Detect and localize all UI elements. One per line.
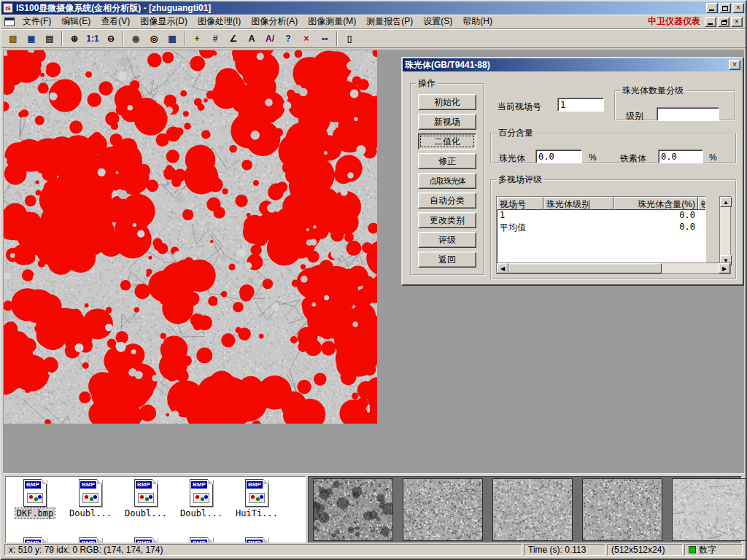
- child-restore-button[interactable]: [718, 17, 729, 27]
- capture-button[interactable]: ▦: [163, 31, 181, 47]
- op-button[interactable]: 更改类别: [418, 212, 476, 228]
- grade-input[interactable]: [657, 107, 719, 121]
- op-button[interactable]: 新视场: [418, 114, 476, 130]
- cut-button[interactable]: ×: [298, 31, 315, 47]
- op-button[interactable]: 自动分类: [418, 192, 476, 209]
- measure-cross-button[interactable]: +: [188, 31, 206, 47]
- measure-angle-button[interactable]: ∠: [225, 31, 242, 47]
- dialog-body: 操作 初始化新视场二值化修正点取珠光体自动分类更改类别评级返回 当前视场号 珠光…: [403, 71, 743, 283]
- zoom-out-button[interactable]: ⊖: [102, 31, 120, 47]
- file-name: DKF.bmp: [15, 508, 55, 518]
- column-header-pearlite-grade[interactable]: 珠光体级别: [543, 197, 614, 210]
- menu-item[interactable]: 图像处理(I): [193, 14, 246, 29]
- child-close-button[interactable]: ×: [731, 17, 743, 27]
- child-window-icon[interactable]: [4, 18, 15, 26]
- horizontal-scrollbar[interactable]: ◀ ▶: [496, 262, 731, 274]
- minimize-icon: [708, 23, 713, 25]
- file-name: Doubl...: [123, 508, 169, 518]
- minimize-button[interactable]: [706, 3, 718, 13]
- print-button[interactable]: ▤: [41, 31, 58, 47]
- file-item[interactable]: BMP Doubl...: [174, 479, 229, 518]
- dialog-close-button[interactable]: ×: [729, 60, 740, 70]
- close-icon: ×: [736, 4, 740, 12]
- ferrite-percent-input[interactable]: [658, 149, 703, 163]
- close-button[interactable]: ×: [732, 3, 744, 13]
- menu-item[interactable]: 图像测量(M): [303, 14, 361, 29]
- op-button[interactable]: 评级: [418, 232, 476, 248]
- cell-pearlite-grade: [543, 210, 614, 222]
- child-minimize-button[interactable]: [705, 17, 716, 27]
- menu-item[interactable]: 图像分析(A): [246, 14, 303, 29]
- toolbar-separator: [336, 31, 338, 46]
- pearlite-percent-input[interactable]: [535, 149, 582, 163]
- file-item[interactable]: BMP Doubl...: [63, 479, 118, 518]
- menu-item[interactable]: 文件(F): [18, 14, 56, 29]
- cell-field-no: 平均值: [497, 222, 543, 233]
- metallograph-image[interactable]: [4, 50, 377, 424]
- scrollbar-thumb[interactable]: [508, 263, 662, 273]
- dialog-title: 珠光体(GB/T9441-88): [405, 59, 729, 71]
- zoom-in-button[interactable]: ⊕: [66, 31, 83, 47]
- select-marker-button[interactable]: ▪▪: [316, 31, 333, 47]
- thumbnail[interactable]: [582, 478, 662, 541]
- cell-ferrite: [698, 210, 706, 222]
- menu-item[interactable]: 测量报告(P): [361, 14, 418, 29]
- toolbar-icon: ▣: [27, 34, 35, 43]
- annotate-style-button[interactable]: A/: [261, 31, 279, 47]
- help-button[interactable]: ?: [279, 31, 297, 47]
- table-header-row: 视场号 珠光体级别 珠光体含量(%) 铁素: [497, 197, 705, 210]
- minimize-icon: [709, 9, 714, 11]
- thumbnail[interactable]: [672, 478, 747, 541]
- actual-size-button[interactable]: 1:1: [84, 31, 101, 47]
- save-button[interactable]: ▣: [23, 31, 40, 47]
- menu-item[interactable]: 帮助(H): [457, 14, 498, 29]
- menu-item[interactable]: 查看(V): [96, 14, 135, 29]
- toolbar-icon: 1:1: [86, 34, 98, 43]
- vertical-scrollbar[interactable]: ▲ ▼: [719, 196, 731, 266]
- op-button[interactable]: 点取珠光体: [418, 173, 476, 189]
- table-row[interactable]: 平均值 0.0: [497, 222, 705, 233]
- dialog-title-bar[interactable]: 珠光体(GB/T9441-88) ×: [403, 58, 743, 71]
- maximize-button[interactable]: [719, 3, 731, 13]
- scroll-right-button[interactable]: ▶: [719, 263, 730, 273]
- op-button[interactable]: 二值化: [418, 133, 476, 149]
- scroll-left-button[interactable]: ◀: [497, 263, 508, 273]
- menu-item[interactable]: 图像显示(D): [135, 14, 193, 29]
- measure-grid-button[interactable]: #: [206, 31, 224, 47]
- mask-button[interactable]: ◉: [127, 31, 144, 47]
- multifield-rating-group: 多视场评级 视场号 珠光体级别 珠光体含量(%) 铁素 1 0.0 平均值 0.…: [490, 174, 737, 280]
- op-button[interactable]: 返回: [418, 252, 476, 268]
- file-item[interactable]: BMP HuiTi...: [229, 479, 285, 518]
- thumbnail-strip: [308, 476, 742, 543]
- title-bar[interactable]: IS IS100显微摄像系统(金相分析版) - [zhuguangti01] ×: [1, 1, 746, 15]
- file-item[interactable]: BMP Doubl...: [118, 479, 174, 518]
- scroll-up-button[interactable]: ▲: [720, 197, 732, 207]
- thumbnail[interactable]: [492, 478, 573, 541]
- toolbar-icon: +: [194, 34, 199, 43]
- camera-button[interactable]: ◎: [145, 31, 163, 47]
- rating-table[interactable]: 视场号 珠光体级别 珠光体含量(%) 铁素 1 0.0 平均值 0.0: [496, 196, 706, 266]
- op-button[interactable]: 修正: [418, 153, 476, 169]
- open-button[interactable]: ▨: [4, 31, 22, 47]
- current-field-input[interactable]: [557, 98, 604, 112]
- column-header-ferrite[interactable]: 铁素: [698, 197, 706, 210]
- toolbar-icon: ▤: [45, 34, 53, 43]
- menu-item[interactable]: 编辑(E): [56, 14, 96, 29]
- thumbnail[interactable]: [313, 478, 393, 541]
- toolbar-icon: ▦: [168, 34, 176, 43]
- annotate-text-button[interactable]: A: [243, 31, 260, 47]
- file-list[interactable]: BMP DKF.bmp BMP Doubl... BMP Doubl... BM…: [5, 476, 306, 543]
- column-header-field-no[interactable]: 视场号: [497, 197, 543, 210]
- column-header-pearlite-percent[interactable]: 珠光体含量(%): [614, 197, 698, 210]
- table-row[interactable]: 1 0.0: [497, 210, 705, 222]
- toolbar-icon: ∠: [230, 34, 238, 43]
- toolbar-icon: ×: [303, 34, 309, 43]
- percent-legend: 百分含量: [496, 127, 535, 139]
- ruler-button[interactable]: ▯: [341, 31, 358, 47]
- file-item[interactable]: BMP DKF.bmp: [7, 479, 63, 518]
- menu-item[interactable]: 设置(S): [418, 14, 457, 29]
- toolbar-separator: [123, 31, 124, 46]
- cell-pearlite-grade: [543, 222, 614, 233]
- thumbnail[interactable]: [403, 478, 483, 541]
- op-button[interactable]: 初始化: [418, 94, 476, 110]
